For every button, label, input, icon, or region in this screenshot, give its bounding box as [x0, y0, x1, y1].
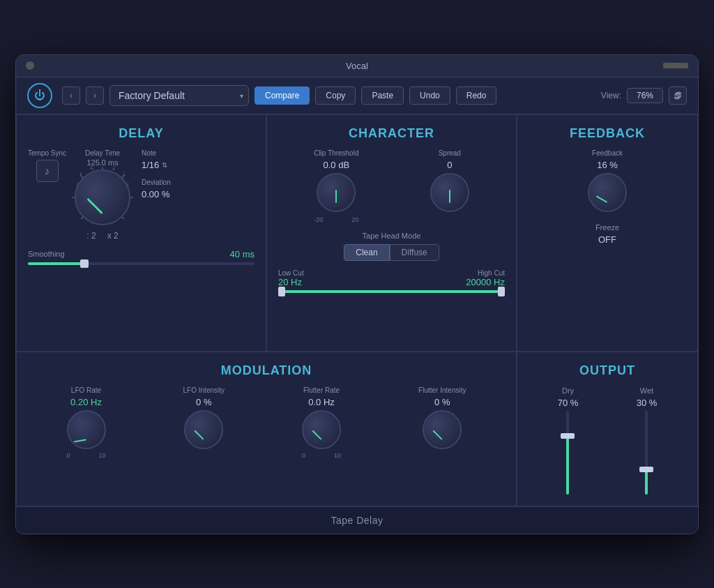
paste-button[interactable]: Paste — [361, 86, 404, 105]
spread-knob[interactable] — [430, 173, 469, 212]
spread-value: 0 — [447, 160, 452, 170]
flutter-rate-label: Flutter Rate — [303, 386, 340, 394]
low-cut-value: 20 Hz — [278, 277, 304, 287]
copy-button[interactable]: Copy — [315, 86, 356, 105]
character-title: CHARACTER — [278, 126, 505, 141]
feedback-knob-group: Feedback 16 % — [529, 149, 686, 212]
lfo-rate-group: LFO Rate 0.20 Hz 0 10 — [67, 386, 106, 459]
clip-threshold-knob[interactable] — [317, 173, 356, 212]
smoothing-slider-track — [28, 262, 255, 265]
dividers-row: : 2 x 2 — [86, 231, 118, 241]
smoothing-row: Smoothing 40 ms — [28, 249, 255, 265]
svg-text:♩: ♩ — [123, 169, 126, 176]
link-button[interactable] — [669, 86, 687, 105]
feedback-section: FEEDBACK Feedback 16 % Freeze OFF — [517, 114, 698, 352]
dry-label: Dry — [562, 386, 574, 395]
lfo-rate-range-low: 0 — [67, 452, 70, 459]
delay-controls: Tempo Sync ♪ Delay Time 125.0 ms — [28, 149, 255, 241]
view-value[interactable]: 76% — [627, 88, 663, 103]
frequency-slider-fill — [278, 290, 505, 293]
high-cut-label: High Cut — [466, 269, 505, 277]
lfo-rate-range: 0 10 — [67, 452, 106, 459]
tape-diffuse-button[interactable]: Diffuse — [390, 244, 439, 261]
clip-threshold-label: Clip Threshold — [314, 149, 358, 157]
flutter-intensity-group: Flutter Intensity 0 % — [418, 386, 466, 449]
modulation-section: MODULATION LFO Rate 0.20 Hz 0 10 LFO — [16, 352, 517, 506]
wet-slider-group: Wet 30 % — [637, 386, 658, 495]
wet-label: Wet — [640, 386, 653, 395]
undo-button[interactable]: Undo — [409, 86, 450, 105]
smoothing-slider-fill — [28, 262, 84, 265]
flutter-intensity-value: 0 % — [434, 397, 450, 407]
spread-knob-indicator — [449, 190, 450, 202]
tape-head-label: Tape Head Mode — [363, 232, 421, 240]
redo-button[interactable]: Redo — [456, 86, 497, 105]
low-cut-group: Low Cut 20 Hz — [278, 269, 304, 287]
power-button[interactable]: ⏻ — [27, 83, 52, 108]
flutter-intensity-knob[interactable] — [423, 410, 462, 449]
lfo-rate-label: LFO Rate — [71, 386, 101, 394]
clip-threshold-range: -20 20 — [314, 216, 358, 223]
lfo-intensity-knob[interactable] — [184, 410, 223, 449]
window-minimize-btn[interactable] — [663, 63, 688, 68]
compare-button[interactable]: Compare — [255, 86, 310, 105]
wet-slider-thumb[interactable] — [639, 467, 653, 472]
feedback-knob-indicator — [596, 196, 608, 204]
flutter-rate-range: 0 10 — [302, 452, 341, 459]
delay-knob-container: ♩ ♪ ♫ ♩ ♩ ♩ — [75, 169, 130, 225]
flutter-rate-knob-indicator — [312, 430, 321, 440]
note-spin-icon[interactable]: ⇅ — [162, 161, 167, 169]
modulation-title: MODULATION — [28, 363, 505, 378]
flutter-rate-value: 0.0 Hz — [308, 397, 335, 407]
tempo-sync-button[interactable]: ♪ — [36, 160, 59, 182]
note-value-row: 1/16 ⇅ — [142, 160, 171, 170]
flutter-intensity-label: Flutter Intensity — [418, 386, 466, 394]
lfo-intensity-label: LFO Intensity — [183, 386, 225, 394]
delay-time-knob[interactable] — [75, 169, 130, 225]
preset-prev-button[interactable]: ‹ — [62, 86, 80, 105]
toolbar: ⏻ ‹ › Factory Default ▾ Compare Copy Pas… — [16, 77, 698, 114]
frequency-row: Low Cut 20 Hz High Cut 20000 Hz — [278, 269, 505, 293]
flutter-rate-group: Flutter Rate 0.0 Hz 0 10 — [302, 386, 341, 459]
clip-threshold-knob-indicator — [335, 190, 337, 202]
lfo-rate-knob[interactable] — [67, 410, 106, 449]
feedback-title: FEEDBACK — [529, 126, 686, 141]
tape-clean-button[interactable]: Clean — [344, 244, 389, 261]
divide-value: : 2 — [86, 231, 96, 241]
smoothing-slider-thumb[interactable] — [80, 259, 89, 268]
flutter-rate-range-low: 0 — [302, 452, 305, 459]
flutter-rate-range-high: 10 — [334, 452, 341, 459]
lfo-intensity-knob-indicator — [195, 430, 204, 440]
feedback-knob[interactable] — [588, 173, 627, 212]
freq-labels-row: Low Cut 20 Hz High Cut 20000 Hz — [278, 269, 505, 287]
lfo-intensity-value: 0 % — [196, 397, 211, 407]
flutter-rate-knob[interactable] — [302, 410, 341, 449]
high-cut-thumb[interactable] — [498, 287, 505, 296]
low-cut-label: Low Cut — [278, 269, 304, 277]
preset-wrapper: Factory Default ▾ — [109, 85, 249, 106]
flutter-intensity-knob-indicator — [433, 430, 443, 440]
dry-slider-group: Dry 70 % — [558, 386, 579, 495]
deviation-label: Deviation — [142, 179, 171, 186]
output-section: OUTPUT Dry 70 % Wet 30 % — [517, 352, 698, 506]
preset-next-button[interactable]: › — [86, 86, 104, 105]
dry-value: 70 % — [558, 398, 579, 408]
dry-slider-fill — [566, 436, 569, 495]
wet-slider-fill — [645, 469, 648, 495]
dry-slider-track — [566, 411, 569, 495]
window-close-dot[interactable] — [26, 61, 34, 70]
preset-dropdown[interactable]: Factory Default — [109, 85, 249, 106]
lfo-rate-value: 0.20 Hz — [70, 397, 102, 407]
modulation-knobs: LFO Rate 0.20 Hz 0 10 LFO Intensity 0 % — [28, 386, 505, 459]
feedback-label: Feedback — [592, 149, 623, 157]
plugin-window: Vocal ⏻ ‹ › Factory Default ▾ Compare Co… — [15, 54, 699, 534]
low-cut-thumb[interactable] — [278, 287, 285, 296]
spread-label: Spread — [439, 149, 461, 157]
character-section: CHARACTER Clip Threshold 0.0 dB -20 20 — [266, 114, 517, 352]
character-knobs-row: Clip Threshold 0.0 dB -20 20 Spread 0 — [278, 149, 505, 223]
dry-slider-thumb[interactable] — [561, 433, 575, 439]
output-title: OUTPUT — [529, 363, 686, 378]
freeze-row: Freeze OFF — [529, 223, 686, 245]
lfo-intensity-group: LFO Intensity 0 % — [183, 386, 225, 449]
note-label: Note — [142, 149, 171, 157]
